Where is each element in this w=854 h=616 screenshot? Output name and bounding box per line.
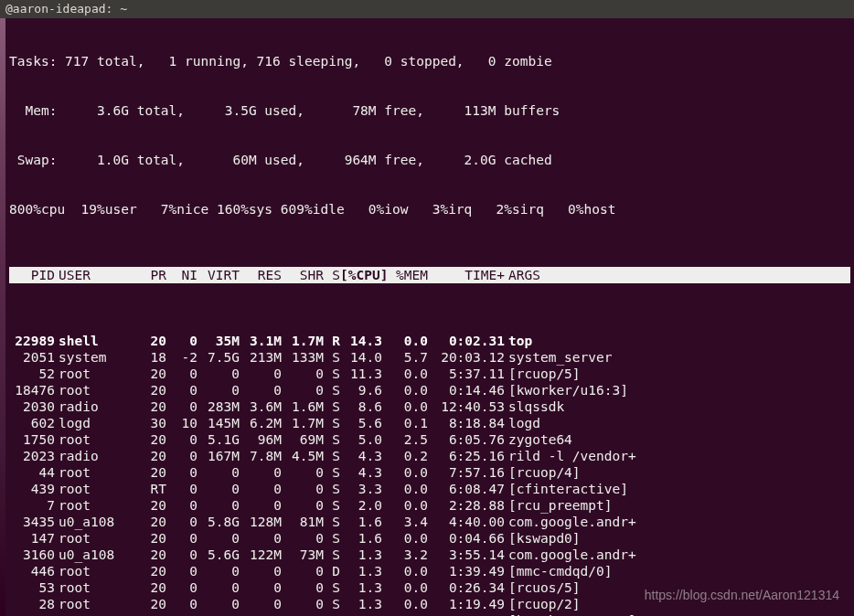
- table-row: 3160u0_a1082005.6G122M73MS1.33.23:55.14c…: [9, 547, 850, 563]
- table-row: 602logd3010145M6.2M1.7MS5.60.18:18.84log…: [9, 415, 850, 431]
- cell-pid: 439: [9, 481, 55, 497]
- cell-virt: 5.8G: [197, 514, 240, 530]
- table-row: 3435u0_a1082005.8G128M81MS1.63.44:40.00c…: [9, 514, 850, 530]
- cell-s: S: [324, 431, 340, 448]
- cell-user: root: [55, 497, 126, 514]
- table-row: 147root200000S1.60.00:04.66[kswapd0]: [9, 530, 850, 547]
- cell-user: root: [55, 481, 126, 497]
- cell-time: 4:40.00: [428, 514, 505, 530]
- cell-virt: 5.1G: [197, 431, 240, 448]
- cell-shr: 0: [282, 464, 324, 481]
- cell-virt: 0: [197, 612, 240, 616]
- cell-mem: 0.0: [382, 398, 428, 415]
- cell-user: radio: [55, 398, 126, 415]
- cell-s: S: [324, 547, 340, 563]
- cell-mem: 0.0: [382, 530, 428, 547]
- cell-mem: 0.0: [382, 481, 428, 497]
- cell-time: 2:28.88: [428, 497, 505, 514]
- cell-shr: 0: [282, 366, 324, 382]
- cell-args: slqssdk: [505, 398, 850, 415]
- cell-res: 3.6M: [240, 398, 282, 415]
- cell-shr: 133M: [282, 349, 324, 366]
- cell-virt: 145M: [197, 415, 240, 431]
- cell-user: u0_a108: [55, 547, 126, 563]
- cell-res: 6.2M: [240, 415, 282, 431]
- cell-ni: -2: [166, 349, 197, 366]
- cell-shr: 0: [282, 563, 324, 579]
- cell-s: S: [324, 366, 340, 382]
- cell-ni: 0: [166, 448, 197, 464]
- cell-virt: 0: [197, 464, 240, 481]
- cell-time: 20:03.12: [428, 349, 505, 366]
- cell-pid: 2023: [9, 448, 55, 464]
- cell-res: 0: [240, 464, 282, 481]
- cell-s: S: [324, 612, 340, 616]
- cell-shr: 81M: [282, 514, 324, 530]
- cell-res: 0: [240, 579, 282, 596]
- watermark-text: https://blog.csdn.net/Aaron121314: [645, 587, 839, 603]
- cell-ni: 10: [166, 415, 197, 431]
- cell-virt: 0: [197, 366, 240, 382]
- cell-user: system: [55, 349, 126, 366]
- window-titlebar[interactable]: @aaron-ideapad: ~: [0, 0, 854, 18]
- cell-mem: 0.0: [382, 464, 428, 481]
- cell-s: S: [324, 464, 340, 481]
- cell-cpu: 9.6: [340, 382, 382, 398]
- cell-cpu: 5.0: [340, 431, 382, 448]
- cell-s: S: [324, 448, 340, 464]
- cell-time: 0:14.46: [428, 382, 505, 398]
- cell-pr: 20: [126, 514, 166, 530]
- cell-mem: 0.2: [382, 448, 428, 464]
- cell-cpu: 1.3: [340, 563, 382, 579]
- cell-ni: 0: [166, 514, 197, 530]
- table-row: 22487root200000S1.00.00:01.30[kworker/u1…: [9, 612, 850, 616]
- table-row: 446root200000D1.30.01:39.49[mmc-cmdqd/0]: [9, 563, 850, 579]
- cell-virt: 167M: [197, 448, 240, 464]
- cell-cpu: 8.6: [340, 398, 382, 415]
- cell-args: [rcuop/5]: [505, 366, 850, 382]
- cell-virt: 0: [197, 481, 240, 497]
- cell-args: [cfinteractive]: [505, 481, 850, 497]
- cell-mem: 0.0: [382, 333, 428, 349]
- cell-user: root: [55, 563, 126, 579]
- cell-mem: 3.4: [382, 514, 428, 530]
- col-cpu: [%CPU]: [340, 267, 382, 283]
- cell-pid: 2030: [9, 398, 55, 415]
- cell-time: 12:40.53: [428, 398, 505, 415]
- cell-pid: 22989: [9, 333, 55, 349]
- cell-s: S: [324, 579, 340, 596]
- cell-pr: 20: [126, 579, 166, 596]
- cell-shr: 0: [282, 596, 324, 612]
- cell-pr: 20: [126, 464, 166, 481]
- cell-res: 0: [240, 596, 282, 612]
- cell-pr: 30: [126, 415, 166, 431]
- cell-s: S: [324, 481, 340, 497]
- cell-virt: 0: [197, 563, 240, 579]
- terminal[interactable]: Tasks: 717 total, 1 running, 716 sleepin…: [5, 18, 854, 616]
- cell-time: 0:26.34: [428, 579, 505, 596]
- cell-args: rild -l /vendor+: [505, 448, 850, 464]
- cell-s: S: [324, 398, 340, 415]
- cell-mem: 0.1: [382, 415, 428, 431]
- col-args: ARGS: [505, 267, 850, 283]
- cell-cpu: 3.3: [340, 481, 382, 497]
- cell-args: com.google.andr+: [505, 514, 850, 530]
- cell-virt: 0: [197, 382, 240, 398]
- cell-virt: 5.6G: [197, 547, 240, 563]
- cell-ni: 0: [166, 382, 197, 398]
- process-table-header: PID USER PR NI VIRT RES SHR S [%CPU] %ME…: [9, 267, 850, 283]
- cell-time: 5:37.11: [428, 366, 505, 382]
- cell-cpu: 1.0: [340, 612, 382, 616]
- cell-time: 0:02.31: [428, 333, 505, 349]
- col-s: S: [324, 267, 340, 283]
- cell-shr: 69M: [282, 431, 324, 448]
- cell-res: 0: [240, 530, 282, 547]
- cell-pr: 20: [126, 448, 166, 464]
- col-mem: %MEM: [382, 267, 428, 283]
- cell-ni: 0: [166, 547, 197, 563]
- cell-virt: 283M: [197, 398, 240, 415]
- cell-user: u0_a108: [55, 514, 126, 530]
- cell-virt: 0: [197, 497, 240, 514]
- cell-pid: 44: [9, 464, 55, 481]
- cell-mem: 3.2: [382, 547, 428, 563]
